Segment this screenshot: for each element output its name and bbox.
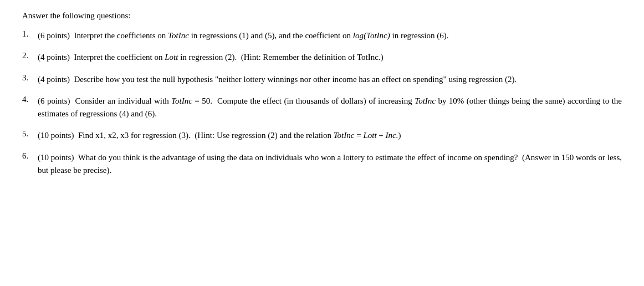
question-text-4: (6 points) Consider an individual with T… xyxy=(38,95,622,121)
totinc-italic-4a: TotInc xyxy=(171,96,192,105)
question-item-2: 2. (4 points) Interpret the coefficient … xyxy=(22,51,622,64)
totinc-italic-5: TotInc xyxy=(334,131,355,140)
question-item-5: 5. (10 points) Find x1, x2, x3 for regre… xyxy=(22,129,622,142)
question-text-2: (4 points) Interpret the coefficient on … xyxy=(38,51,622,64)
question-number-2: 2. xyxy=(22,51,38,60)
question-number-4: 4. xyxy=(22,95,38,104)
question-number-5: 5. xyxy=(22,129,38,139)
intro-text: Answer the following questions: xyxy=(22,11,622,21)
totinc-italic-1: TotInc xyxy=(168,31,189,40)
lott-italic-1: Lott xyxy=(165,53,178,62)
totinc-italic-4b: TotInc xyxy=(415,96,436,105)
question-number-6: 6. xyxy=(22,151,38,161)
lott-italic-5: Lott xyxy=(363,131,376,140)
question-item-1: 1. (6 points) Interpret the coefficients… xyxy=(22,29,622,42)
question-item-3: 3. (4 points) Describe how you test the … xyxy=(22,73,622,86)
question-text-1: (6 points) Interpret the coefficients on… xyxy=(38,29,622,42)
question-text-5: (10 points) Find x1, x2, x3 for regressi… xyxy=(38,129,622,142)
question-text-3: (4 points) Describe how you test the nul… xyxy=(38,73,622,86)
question-number-3: 3. xyxy=(22,73,38,83)
page-content: Answer the following questions: 1. (6 po… xyxy=(22,11,622,177)
question-number-1: 1. xyxy=(22,29,38,39)
question-text-6: (10 points) What do you think is the adv… xyxy=(38,151,622,177)
question-item-6: 6. (10 points) What do you think is the … xyxy=(22,151,622,177)
question-item-4: 4. (6 points) Consider an individual wit… xyxy=(22,95,622,121)
inc-italic-5: Inc. xyxy=(386,131,398,140)
logtotinc-italic: log(TotInc) xyxy=(353,31,390,40)
questions-list: 1. (6 points) Interpret the coefficients… xyxy=(22,29,622,177)
